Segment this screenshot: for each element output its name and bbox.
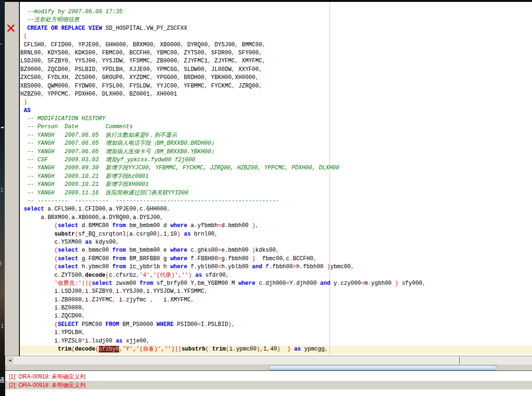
code-line[interactable]: AS	[20, 107, 532, 115]
code-token: ,	[276, 247, 279, 254]
code-token: .	[262, 280, 265, 287]
code-line[interactable]: -- --------- ---------- ----------------…	[20, 197, 532, 205]
code-line[interactable]: CFLSH0, CFID00, YPJE00, GHH000, BRXM00, …	[20, 41, 532, 49]
code-token: select	[58, 264, 78, 270]
desktop-icon-label-fragment: 1	[1, 324, 4, 329]
code-line[interactable]: (select d.BMMC00 from bm_bmbm00 d where …	[20, 222, 532, 230]
code-token: h	[296, 264, 299, 270]
code-token: 1	[263, 346, 267, 352]
code-token: BMMC00	[88, 222, 112, 229]
code-line[interactable]: c.YSXM00 as kdys00,	[20, 238, 532, 246]
code-line[interactable]: i.YPDLBH,	[20, 329, 532, 337]
code-token: YBMC00	[153, 50, 177, 56]
code-line[interactable]: select a.CFLSH0,i.CFID00,a.YPJE00,c.GHH0…	[20, 205, 532, 213]
code-token: =	[218, 255, 221, 262]
code-token: .	[368, 280, 371, 287]
code-line[interactable]: (select g.FBMC00 from BM_BRFBB0 g where …	[20, 255, 532, 263]
code-token: YPJE00	[116, 206, 136, 212]
code-line[interactable]: BZ0000, ZQCD00, PSLBID, YPDLBH, XJJE00, …	[20, 66, 532, 74]
code-token: )	[277, 346, 280, 352]
code-line[interactable]: (	[20, 33, 532, 41]
code-line[interactable]: -- Person Date Comments	[20, 123, 532, 131]
code-token: ,	[95, 66, 98, 73]
code-token: ,	[255, 74, 259, 81]
code-line[interactable]: -- MODIFICATION HISTORY	[20, 115, 532, 123]
code-line[interactable]: --注射处方明细信息	[20, 16, 532, 24]
code-token: fbbh00	[303, 264, 327, 270]
horizontal-scrollbar[interactable]: ◄	[5, 356, 532, 364]
code-token: BRDH00	[181, 74, 204, 81]
code-token: YYSJ00	[122, 288, 143, 295]
code-token	[48, 25, 51, 32]
code-line[interactable]: XBS000, QWM000, FYDW00, FYSL00, FYSLDW, …	[20, 82, 532, 90]
splitter-handle[interactable]: ▼	[269, 365, 497, 370]
desktop-background: 1 纟 1 通	[0, 0, 5, 396]
code-token: ygbh00	[371, 280, 395, 287]
code-line[interactable]: -- YANGH 2007.06.05 执行次数如果是0，则不显示	[20, 132, 532, 140]
code-line[interactable]: a.BRXM00,a.XB0000,a.DYRQ00,a.DYSJ00,	[20, 214, 532, 222]
code-line[interactable]: -- YANGH 2007.06.05 增加病人医保卡号（BM_BRXXB0.Y…	[20, 148, 532, 156]
code-token: -- YANGH 2009.09.30 新增字段YYJC00, YFBMMC, …	[20, 165, 340, 171]
code-line[interactable]: i.ZQCD00,	[20, 312, 532, 320]
code-line[interactable]: )	[20, 98, 532, 106]
code-token: .	[112, 272, 115, 279]
code-line[interactable]: -- YANGH 2009.11.16 医院简称通过部门表关联YYID00	[20, 189, 532, 197]
scrollbar-thumb[interactable]	[14, 357, 460, 364]
code-line[interactable]: --modify by 2007.06.08 17:35	[20, 8, 532, 16]
code-line[interactable]: '收费员:'||(select zwxm00 from sf_brfy00 Y,…	[20, 280, 532, 288]
code-line[interactable]: LSDJ00, SFZBY0, YYSJ00, YYSJDW, YFSMMC, …	[20, 57, 532, 65]
code-token	[280, 346, 287, 352]
code-token: ,	[181, 42, 184, 48]
code-token: ,	[82, 297, 85, 303]
code-line[interactable]: -- YANGH 2007.06.05 增加病人电话字段（BM_BRXXB0.B…	[20, 140, 532, 148]
code-line[interactable]: trim(decode(sfzby0,'Y','(自备)','')||subst…	[20, 345, 532, 353]
code-token: ,	[95, 58, 98, 64]
code-line[interactable]: CREATE OR REPLACE VIEW SD_HOSPITAL.VW_PY…	[20, 25, 532, 33]
code-token: .	[181, 288, 184, 295]
code-line[interactable]: -- CSF 2009.03.03 增加yf_ypkcxx.fydw00 f2j…	[20, 156, 532, 164]
code-token: YPDLBH	[61, 329, 81, 336]
scroll-left-button[interactable]: ◄	[6, 357, 14, 364]
code-line[interactable]: -- YANGH 2009.10.21 新增字段bz0001	[20, 173, 532, 181]
code-token: SFDR00	[208, 50, 231, 56]
code-line[interactable]: i.ZB0000,i.ZJYFMC, i.zjyfmc , i.XMYFMC,	[20, 296, 532, 304]
code-token: ,	[82, 313, 85, 319]
code-token: select	[24, 206, 44, 212]
error-message-row[interactable]: [2]: ORA-00918: 未明确定义列	[5, 381, 532, 389]
code-line[interactable]: i.BZ0000,	[20, 304, 532, 312]
code-token: .	[112, 206, 115, 212]
code-line[interactable]: -- YANGH 2009.09.30 新增字段YYJC00, YFBMMC, …	[20, 164, 532, 172]
code-line[interactable]: (select e.bmmc00 from bm_bmbm00 e where …	[20, 246, 532, 255]
code-token: ,	[99, 42, 102, 48]
code-line[interactable]: -- YANGH 2009.10.21 新增字段XH0001	[20, 181, 532, 189]
code-token: .	[269, 264, 272, 270]
error-message-row[interactable]: [1]: ORA-00918: 未明确定义列	[5, 372, 532, 381]
code-line[interactable]: i.LSDJ00,i.SFZBY0,i.YYSJ00,i.YYSJDW,i.YF…	[20, 288, 532, 296]
panel-splitter[interactable]: ▼	[5, 364, 532, 370]
code-token: XBS000	[20, 83, 41, 89]
code-line[interactable]: i.YPZSL0*i.lsdj00 as xjje00,	[20, 337, 532, 345]
code-token: VIEW	[88, 25, 102, 32]
sql-editor[interactable]: --modify by 2007.06.08 17:35 --注射处方明细信息 …	[20, 2, 532, 356]
code-token: -- YANGH 2009.11.16 医院简称通过部门表关联YYID00	[20, 190, 188, 196]
code-line[interactable]: (select h.ybmc00 from ic_ybbrlb h where …	[20, 263, 532, 271]
code-line[interactable]: c.ZYTS00,decode(c.cfsrbz,'4','(代录)','') …	[20, 272, 532, 280]
code-token: JZRQ00	[235, 83, 259, 89]
code-token: c	[187, 247, 194, 254]
code-area[interactable]: --modify by 2007.06.08 17:35 --注射处方明细信息 …	[20, 2, 532, 356]
code-token: GHH000	[147, 206, 167, 212]
code-token: yfbmbh	[198, 222, 218, 229]
code-token: PSLBID	[208, 321, 228, 328]
code-line[interactable]: (SELECT PSMC00 FROM BM_PS0000 WHERE PSID…	[20, 321, 532, 329]
code-token: DYSJ00	[140, 214, 160, 221]
code-token: FROM	[105, 321, 119, 328]
code-token: ZJYFMC	[211, 58, 235, 64]
code-token: ,	[259, 50, 262, 56]
code-token: AS	[24, 107, 30, 114]
code-line[interactable]: HZBZ00, YPPCMC, PDXH00, DLXH00, BZ0001, …	[20, 90, 532, 98]
code-token: ,	[232, 74, 235, 81]
code-line[interactable]: BRNL00, KDYS00, KDKS00, FBMC00, BCCFH0, …	[20, 49, 532, 57]
code-token: CFLSH0	[54, 206, 75, 212]
code-line[interactable]: substr(sf_BQ_csrqtonl(a.csrq00),1,10) as…	[20, 230, 532, 238]
code-line[interactable]: ZXCS00, FYDLXH, ZCS000, GROUP0, XYZDMC, …	[20, 74, 532, 82]
